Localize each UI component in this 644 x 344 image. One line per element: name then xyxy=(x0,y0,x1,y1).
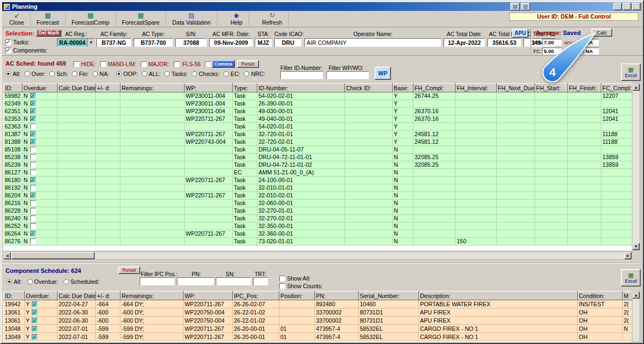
radio-icon[interactable] xyxy=(72,71,77,77)
tasks-checkbox-item[interactable]: Tasks: xyxy=(5,39,30,45)
row-checkbox[interactable] xyxy=(32,318,38,324)
column-header-fh-compl[interactable]: FH_Compl: xyxy=(413,84,456,92)
column-header-condition[interactable]: Condition: xyxy=(578,291,623,300)
comms-button[interactable]: Comms xyxy=(212,60,235,68)
row-checkbox[interactable] xyxy=(30,231,36,237)
row-checkbox[interactable] xyxy=(32,310,38,316)
column-header-overdue[interactable]: Overdue: xyxy=(25,291,58,300)
column-header-id[interactable]: ID: xyxy=(4,291,25,300)
column-header-ipc-pos[interactable]: IPC_Pos: xyxy=(233,291,279,300)
component-row-13048[interactable]: 13048Y2022-07-01-599-599 DY;WP220711-267… xyxy=(4,325,633,333)
minimize-button[interactable]: _ xyxy=(613,3,622,10)
radio-sch[interactable]: Sch: xyxy=(49,71,68,77)
radio-icon[interactable] xyxy=(49,71,55,77)
components-checkbox-icon[interactable] xyxy=(5,48,12,54)
ac-row-86228[interactable]: 86228NTask32-270-01-01N xyxy=(4,207,633,215)
column-header-base[interactable]: Base: xyxy=(393,84,413,92)
ac-row-62351[interactable]: 62351NWP230011-004Task49-030-00-01Y26370… xyxy=(4,108,633,115)
ac-row-86240[interactable]: 86240NTask32-270-02-01N xyxy=(4,215,633,223)
components-checkbox-item[interactable]: Components: xyxy=(5,47,47,54)
row-checkbox[interactable] xyxy=(30,116,36,122)
ac-row-85239[interactable]: 85239NTaskDRU-04-72-11-01-02N32085.25138… xyxy=(4,161,633,169)
help-button[interactable]: ◆Help xyxy=(225,11,249,26)
show-counts-checkbox-item[interactable]: Show Counts: xyxy=(279,283,323,289)
column-header-wp[interactable]: WP: xyxy=(183,291,233,300)
column-header-pn[interactable]: PN: xyxy=(315,291,359,300)
row-checkbox[interactable] xyxy=(30,131,36,137)
row-checkbox[interactable] xyxy=(30,162,36,168)
show-all-checkbox-icon[interactable] xyxy=(279,276,285,282)
radio-icon[interactable] xyxy=(27,279,33,284)
column-header-serial-number[interactable]: Serial_Number: xyxy=(359,291,419,300)
wp-button[interactable]: WP xyxy=(375,67,391,80)
forecast-spare-button[interactable]: ▦ForecastSpare xyxy=(116,11,166,26)
row-checkbox[interactable] xyxy=(30,238,36,244)
ac-row-86276[interactable]: 86276NTask73-020-01-01N150 xyxy=(4,238,633,246)
ac-row-81387[interactable]: 81387NWP220711-267Task32-720-01-01Y24581… xyxy=(4,131,633,138)
row-checkbox[interactable] xyxy=(32,326,38,332)
ac-row-86264[interactable]: 86264NWP220711-267Task32-360-00-01N xyxy=(4,230,633,238)
scroll-down-icon[interactable] xyxy=(633,243,640,250)
column-header-type[interactable]: Type: xyxy=(233,84,257,92)
column-header-fh-start[interactable]: FH_Start: xyxy=(535,84,568,92)
radio-overdue[interactable]: Overdue: xyxy=(27,278,58,285)
row-checkbox[interactable] xyxy=(30,154,36,160)
radio-all[interactable]: All: xyxy=(7,278,22,285)
checkbox-major[interactable]: MAJOR: xyxy=(141,61,169,67)
column-header-d[interactable]: +/- d: xyxy=(96,291,120,300)
column-header-remainings[interactable]: Remainings: xyxy=(120,291,183,300)
scroll-up-icon[interactable] xyxy=(633,291,640,299)
column-header-calc-due-date[interactable]: Calc Due Date: xyxy=(58,84,96,92)
radio-icon[interactable] xyxy=(7,279,12,284)
checkbox-icon[interactable] xyxy=(100,61,106,67)
ac-row-62353[interactable]: 62353NWP220711-267Task49-040-00-01Y26370… xyxy=(4,115,633,123)
component-vertical-scrollbar[interactable] xyxy=(632,291,640,342)
column-header-position[interactable]: Position: xyxy=(279,291,315,300)
row-checkbox[interactable] xyxy=(30,223,36,229)
radio-scheduled[interactable]: Scheduled: xyxy=(64,278,100,285)
column-header-wp[interactable]: WP: xyxy=(185,84,233,92)
chevron-down-icon[interactable] xyxy=(87,39,95,46)
checkbox-icon[interactable] xyxy=(205,61,211,67)
component-row-13061[interactable]: 13061Y2022-06-30-600-600 DY;WP220750-004… xyxy=(4,308,633,317)
row-checkbox[interactable] xyxy=(30,124,36,130)
data-validation-button[interactable]: ▤Data Validation xyxy=(166,11,217,26)
apu-button[interactable]: APU xyxy=(512,29,528,38)
radio-icon[interactable] xyxy=(25,71,30,77)
ac-row-86216[interactable]: 86216NTask32-060-00-01N xyxy=(4,200,633,207)
radio-icon[interactable] xyxy=(192,71,197,77)
checkbox-fls-56[interactable]: :FLS-56 xyxy=(174,61,201,67)
ac-excel-button[interactable]: ▦ Excel xyxy=(621,63,641,81)
ac-reset-button[interactable]: Reset xyxy=(237,60,259,68)
close-window-button[interactable]: × xyxy=(632,3,641,10)
refresh-button[interactable]: ↻Refresh xyxy=(256,11,289,26)
radio-na[interactable]: NA: xyxy=(93,71,110,77)
ac-horizontal-scrollbar[interactable] xyxy=(3,252,632,260)
component-excel-button[interactable]: ▦ Excel xyxy=(621,269,641,287)
forecast-button[interactable]: ▦Forecast xyxy=(31,11,66,26)
column-header-m[interactable]: M xyxy=(623,291,633,300)
radio-icon[interactable] xyxy=(223,71,229,77)
radio-icon[interactable] xyxy=(244,71,249,77)
tools-icon[interactable]: ▥ xyxy=(521,3,530,10)
ac-row-86204[interactable]: 86204NWP220711-267Task32-010-02-01N xyxy=(4,192,633,200)
close-button[interactable]: ↙Close xyxy=(3,11,31,26)
radio-icon[interactable] xyxy=(116,71,122,77)
pn-input[interactable] xyxy=(177,277,214,285)
checkbox-mand-lim[interactable]: MAND-LIM: xyxy=(100,61,136,67)
row-checkbox[interactable] xyxy=(30,215,36,221)
radio-all[interactable]: All: xyxy=(5,71,21,77)
radio-ec[interactable]: EC: xyxy=(223,71,240,77)
radio-icon[interactable] xyxy=(64,279,69,284)
column-header-fh-interval[interactable]: FH_Interval: xyxy=(456,84,497,92)
filter-ipc-pos-input[interactable] xyxy=(140,277,175,285)
checkbox-icon[interactable] xyxy=(174,61,180,67)
row-checkbox[interactable] xyxy=(30,93,36,99)
show-counts-checkbox-icon[interactable] xyxy=(279,283,285,289)
component-reset-button[interactable]: Reset xyxy=(118,266,140,274)
row-checkbox[interactable] xyxy=(30,170,36,176)
radio-icon[interactable] xyxy=(142,71,147,77)
row-checkbox[interactable] xyxy=(32,334,38,340)
filter-id-number-input[interactable] xyxy=(280,71,323,79)
filter-wp-wo-input[interactable] xyxy=(326,71,369,79)
